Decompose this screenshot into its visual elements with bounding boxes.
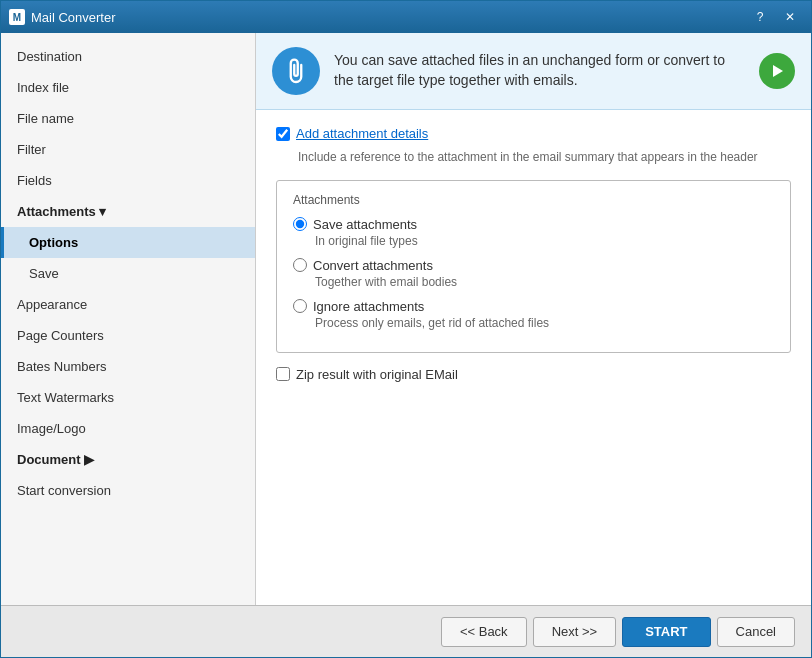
window-title: Mail Converter — [31, 10, 116, 25]
main-panel: You can save attached files in an unchan… — [256, 33, 811, 605]
ignore-attachments-radio[interactable] — [293, 299, 307, 313]
add-attachment-label[interactable]: Add attachment details — [296, 126, 428, 141]
sidebar-item-image-logo[interactable]: Image/Logo — [1, 413, 255, 444]
content-area: Destination Index file File name Filter … — [1, 33, 811, 605]
paperclip-svg — [282, 57, 310, 85]
help-button[interactable]: ? — [747, 7, 773, 27]
sidebar-item-bates-numbers[interactable]: Bates Numbers — [1, 351, 255, 382]
close-button[interactable]: ✕ — [777, 7, 803, 27]
sidebar: Destination Index file File name Filter … — [1, 33, 256, 605]
sidebar-item-index-file[interactable]: Index file — [1, 72, 255, 103]
next-button[interactable]: Next >> — [533, 617, 617, 647]
ignore-attachments-option: Ignore attachments Process only emails, … — [293, 299, 774, 330]
save-attachments-desc: In original file types — [315, 234, 774, 248]
convert-attachments-radio[interactable] — [293, 258, 307, 272]
form-area: Add attachment details Include a referen… — [256, 110, 811, 605]
svg-marker-0 — [773, 65, 783, 77]
info-text: You can save attached files in an unchan… — [334, 51, 745, 90]
convert-attachments-label[interactable]: Convert attachments — [313, 258, 433, 273]
save-attachments-option: Save attachments In original file types — [293, 217, 774, 248]
attachment-icon — [272, 47, 320, 95]
ignore-attachments-desc: Process only emails, get rid of attached… — [315, 316, 774, 330]
title-bar-left: M Mail Converter — [9, 9, 116, 25]
play-icon — [769, 63, 785, 79]
title-bar: M Mail Converter ? ✕ — [1, 1, 811, 33]
ignore-attachments-row: Ignore attachments — [293, 299, 774, 314]
play-button[interactable] — [759, 53, 795, 89]
cancel-button[interactable]: Cancel — [717, 617, 795, 647]
sidebar-item-text-watermarks[interactable]: Text Watermarks — [1, 382, 255, 413]
footer: << Back Next >> START Cancel — [1, 605, 811, 657]
convert-attachments-desc: Together with email bodies — [315, 275, 774, 289]
app-icon: M — [9, 9, 25, 25]
convert-attachments-row: Convert attachments — [293, 258, 774, 273]
save-attachments-row: Save attachments — [293, 217, 774, 232]
sidebar-item-page-counters[interactable]: Page Counters — [1, 320, 255, 351]
sidebar-item-attachments[interactable]: Attachments ▾ — [1, 196, 255, 227]
sidebar-item-appearance[interactable]: Appearance — [1, 289, 255, 320]
sidebar-item-destination[interactable]: Destination — [1, 41, 255, 72]
sidebar-item-file-name[interactable]: File name — [1, 103, 255, 134]
attachments-group: Attachments Save attachments In original… — [276, 180, 791, 353]
attachments-group-label: Attachments — [293, 193, 774, 207]
info-bar: You can save attached files in an unchan… — [256, 33, 811, 110]
include-text: Include a reference to the attachment in… — [298, 149, 791, 166]
sidebar-item-fields[interactable]: Fields — [1, 165, 255, 196]
sidebar-item-start-conversion[interactable]: Start conversion — [1, 475, 255, 506]
zip-row: Zip result with original EMail — [276, 367, 791, 382]
sidebar-item-save[interactable]: Save — [1, 258, 255, 289]
save-attachments-radio[interactable] — [293, 217, 307, 231]
title-bar-buttons: ? ✕ — [747, 7, 803, 27]
ignore-attachments-label[interactable]: Ignore attachments — [313, 299, 424, 314]
add-attachment-row: Add attachment details — [276, 126, 791, 141]
zip-label[interactable]: Zip result with original EMail — [296, 367, 458, 382]
save-attachments-label[interactable]: Save attachments — [313, 217, 417, 232]
sidebar-item-options[interactable]: Options — [1, 227, 255, 258]
convert-attachments-option: Convert attachments Together with email … — [293, 258, 774, 289]
sidebar-item-document[interactable]: Document ▶ — [1, 444, 255, 475]
main-window: M Mail Converter ? ✕ Destination Index f… — [0, 0, 812, 658]
add-attachment-checkbox[interactable] — [276, 127, 290, 141]
sidebar-item-filter[interactable]: Filter — [1, 134, 255, 165]
zip-checkbox[interactable] — [276, 367, 290, 381]
start-button[interactable]: START — [622, 617, 710, 647]
back-button[interactable]: << Back — [441, 617, 527, 647]
